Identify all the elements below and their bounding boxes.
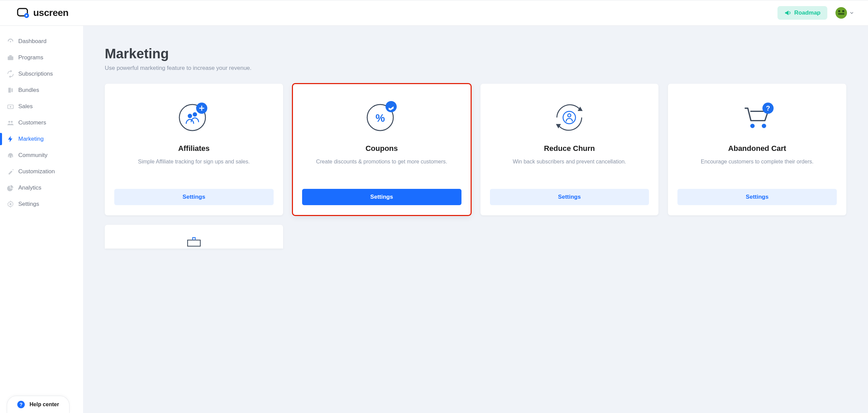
svg-rect-6	[8, 88, 11, 93]
card-desc: Encourage customers to complete their or…	[701, 158, 814, 181]
svg-point-12	[9, 203, 12, 205]
card-settings-button[interactable]: Settings	[302, 189, 461, 205]
sidebar-item-dashboard[interactable]: Dashboard	[0, 33, 83, 50]
main-content: Marketing Use powerful marketing feature…	[83, 26, 868, 413]
card-title: Coupons	[366, 144, 398, 153]
chevron-down-icon	[849, 10, 854, 16]
affiliates-illustration	[175, 97, 213, 135]
magic-icon	[7, 168, 14, 175]
card-affiliates: Affiliates Simple Affiliate tracking for…	[105, 84, 283, 215]
headset-icon	[7, 152, 14, 159]
sidebar-item-analytics[interactable]: Analytics	[0, 180, 83, 196]
roadmap-label: Roadmap	[794, 9, 821, 16]
brand-logo[interactable]: uscreen	[16, 7, 68, 18]
avatar-icon	[835, 7, 847, 19]
help-center-label: Help center	[29, 401, 59, 408]
churn-illustration	[551, 97, 588, 135]
svg-rect-28	[188, 240, 200, 246]
svg-point-25	[762, 124, 766, 128]
sidebar-item-label: Settings	[18, 201, 39, 208]
layout: Dashboard Programs Subscriptions Bundles	[0, 26, 868, 413]
topbar-right: Roadmap	[777, 6, 854, 20]
megaphone-icon	[784, 9, 791, 16]
svg-point-3	[10, 41, 11, 42]
card-coupons: % Coupons Create discounts & promotions …	[293, 84, 471, 215]
card-settings-button[interactable]: Settings	[677, 189, 837, 205]
sidebar-item-label: Dashboard	[18, 38, 46, 45]
card-desc: Win back subscribers and prevent cancell…	[513, 158, 626, 181]
sidebar-item-label: Community	[18, 152, 47, 159]
svg-point-23	[568, 114, 571, 117]
sidebar-item-settings[interactable]: Settings	[0, 196, 83, 212]
cart-illustration: ?	[738, 97, 776, 135]
svg-point-14	[188, 114, 192, 118]
svg-point-10	[8, 121, 10, 123]
sidebar-item-bundles[interactable]: Bundles	[0, 82, 83, 98]
sidebar-item-programs[interactable]: Programs	[0, 50, 83, 66]
roadmap-button[interactable]: Roadmap	[777, 6, 827, 20]
sidebar-item-customers[interactable]: Customers	[0, 115, 83, 131]
refresh-icon	[7, 70, 14, 78]
svg-point-19	[386, 101, 397, 112]
users-icon	[7, 119, 14, 126]
coupons-illustration: %	[363, 97, 400, 135]
gauge-icon	[7, 38, 14, 45]
card-settings-button[interactable]: Settings	[114, 189, 274, 205]
svg-point-9	[10, 106, 12, 108]
stack-icon	[7, 86, 14, 94]
sidebar: Dashboard Programs Subscriptions Bundles	[0, 26, 83, 413]
money-icon	[7, 103, 14, 110]
svg-point-15	[193, 112, 197, 117]
sidebar-item-subscriptions[interactable]: Subscriptions	[0, 66, 83, 82]
svg-text:%: %	[375, 112, 385, 124]
svg-point-11	[11, 121, 13, 123]
card-desc: Simple Affiliate tracking for sign ups a…	[138, 158, 250, 181]
bolt-icon	[7, 135, 14, 143]
card-settings-button[interactable]: Settings	[490, 189, 649, 205]
svg-marker-20	[578, 107, 583, 111]
brand-name: uscreen	[33, 7, 68, 18]
card-title: Reduce Churn	[544, 144, 595, 153]
help-center-button[interactable]: ? Help center	[7, 396, 70, 413]
sidebar-item-label: Marketing	[18, 136, 44, 142]
page-subtitle: Use powerful marketing feature to increa…	[105, 65, 846, 72]
sidebar-item-community[interactable]: Community	[0, 147, 83, 163]
card-abandoned-cart: ? Abandoned Cart Encourage customers to …	[668, 84, 846, 215]
card-title: Abandoned Cart	[728, 144, 786, 153]
sidebar-item-label: Analytics	[18, 184, 41, 191]
svg-point-22	[563, 111, 576, 124]
logo-mark-icon	[16, 7, 30, 18]
sidebar-item-label: Bundles	[18, 87, 39, 94]
card-partial-next-row	[105, 225, 283, 249]
card-reduce-churn: Reduce Churn Win back subscribers and pr…	[480, 84, 659, 215]
svg-point-24	[750, 124, 755, 128]
svg-rect-7	[12, 88, 13, 92]
help-icon: ?	[17, 401, 25, 408]
sidebar-item-label: Customization	[18, 168, 55, 175]
briefcase-icon	[7, 54, 14, 61]
gear-icon	[7, 200, 14, 208]
pie-icon	[7, 184, 14, 192]
partial-illustration-icon	[179, 232, 209, 249]
svg-text:?: ?	[766, 104, 770, 112]
sidebar-item-label: Customers	[18, 119, 46, 126]
sidebar-item-label: Subscriptions	[18, 71, 53, 77]
sidebar-item-customization[interactable]: Customization	[0, 163, 83, 180]
sidebar-item-sales[interactable]: Sales	[0, 98, 83, 115]
page-title: Marketing	[105, 46, 846, 61]
sidebar-item-marketing[interactable]: Marketing	[0, 131, 83, 147]
svg-marker-21	[556, 124, 561, 129]
sidebar-item-label: Sales	[18, 103, 33, 110]
card-title: Affiliates	[178, 144, 210, 153]
svg-rect-5	[9, 55, 12, 57]
marketing-cards: Affiliates Simple Affiliate tracking for…	[105, 84, 846, 215]
svg-rect-4	[8, 56, 14, 60]
card-desc: Create discounts & promotions to get mor…	[316, 158, 447, 181]
sidebar-item-label: Programs	[18, 54, 43, 61]
account-menu[interactable]	[835, 7, 854, 19]
topbar: uscreen Roadmap	[0, 0, 868, 26]
